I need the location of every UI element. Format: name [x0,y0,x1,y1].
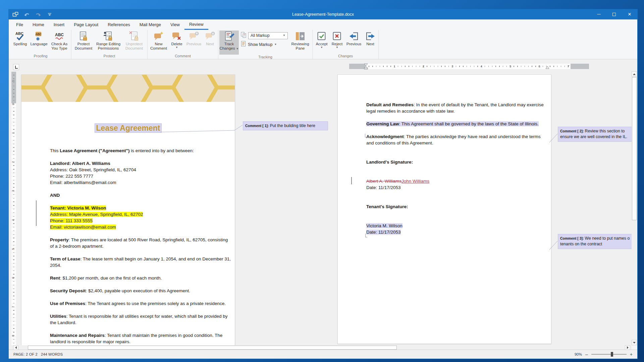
status-bar: PAGE: 2 OF 2 244 WORDS 90% – + [9,350,637,359]
document-paragraph [366,172,548,178]
document-paragraph [366,210,548,216]
reject-button[interactable]: Reject ▼ [330,31,344,53]
vertical-ruler[interactable]: 1012345678 [11,72,16,345]
scroll-up-button[interactable] [632,71,637,77]
document-paragraph: Property: The premises are located at 50… [50,237,231,249]
tab-insert[interactable]: Insert [49,19,69,30]
horizontal-scrollbar[interactable] [9,345,632,350]
zoom-controls: 90% – + [575,352,633,357]
ruler-number: 5 [509,64,511,68]
close-button[interactable]: ✕ [622,9,637,19]
tab-selector[interactable] [13,64,19,70]
reviewing-pane-button[interactable]: ReviewingPane [289,31,311,53]
document-paragraph: Landlord's Signature: [366,159,548,165]
language-button[interactable]: ABC Language [29,31,49,53]
minimize-button[interactable] [591,9,606,19]
ruler-number: 7 [568,64,569,68]
comment-label: Comment [ 2]: [560,129,585,133]
scroll-left-button[interactable] [13,345,18,350]
title-bar: Lease-Agreement-Template.docx ✕ [9,9,637,19]
document-paragraph: Tenant's Signature: [366,203,548,210]
spelling-button[interactable]: ABC Spelling [11,31,29,53]
document-paragraph: Victoria M. Wilson [366,223,548,229]
ruler-number: 8 [11,335,15,337]
status-info: PAGE: 2 OF 2 244 WORDS [9,352,63,356]
zoom-in-button[interactable]: + [630,352,633,357]
zoom-slider-thumb[interactable] [611,352,613,357]
new-comment-button[interactable]: NewComment [149,31,169,53]
document-paragraph: Utilities: Tenant is responsible for all… [50,313,231,326]
spelling-icon: ABC [15,31,25,41]
document-paragraph [366,127,548,133]
unprotect-document-icon [129,31,140,41]
zoom-level: 90% [575,352,582,356]
document-paragraph: This Lease Agreement ("Agreement") is en… [50,147,231,154]
range-editing-permissions-icon [103,31,114,41]
next-comment-button: Next [203,31,217,53]
document-paragraph: Address: Maple Avenue, Springfield, IL, … [50,211,231,218]
document-title[interactable]: Lease Agreement [21,123,235,133]
document-paragraph: Date: 11/17/2053 [366,184,548,191]
previous-change-icon [348,31,359,41]
document-page-1[interactable]: Lease Agreement This Lease Agreement ("A… [21,74,235,345]
horizontal-scroll-thumb[interactable] [28,346,397,350]
maximize-button[interactable] [606,9,622,19]
protect-document-button[interactable]: ProtectDocument [72,31,95,53]
zoom-slider[interactable] [591,354,627,355]
show-markup-button[interactable]: Show Markup ▼ [241,41,288,48]
group-label-protect: Protect [72,54,146,59]
page2-body[interactable]: Default and Remedies: In the event of de… [338,75,551,235]
horizontal-ruler[interactable]: 1234567 [349,64,589,69]
comment-3[interactable]: Comment [ 3]: We need to put names otena… [558,234,632,249]
word-count: 244 WORDS [41,352,63,356]
accept-button[interactable]: Accept ▼ [314,31,330,53]
scroll-right-button[interactable] [625,345,630,350]
zoom-out-button[interactable]: – [585,352,588,357]
delete-comment-button[interactable]: Delete ▼ [169,31,185,53]
group-label-tracking: Tracking [219,55,311,59]
right-indent-marker-icon[interactable] [545,66,550,69]
tab-mail-merge[interactable]: Mail Merge [135,19,166,30]
ruler-number: 1 [393,64,395,68]
markup-dropdown[interactable]: All Markup ▼ [248,32,288,39]
ruler-number: 2 [423,64,424,68]
tab-home[interactable]: Home [28,19,49,30]
tab-review[interactable]: Review [184,19,208,30]
document-paragraph [366,114,548,121]
indent-markers-icon[interactable] [363,63,369,69]
ruler-number: 4 [481,64,482,68]
tab-page-layout[interactable]: Page Layout [69,19,103,30]
document-paragraph: Address: Oak Street, Springfield, IL, 62… [50,167,231,173]
window-title: Lease-Agreement-Template.docx [9,9,637,19]
document-paragraph [366,165,548,172]
document-paragraph: Date: 11/17/2053 [366,229,548,235]
tab-references[interactable]: References [103,19,135,30]
vertical-scroll-thumb[interactable] [632,77,637,220]
scroll-down-button[interactable] [632,340,637,345]
document-paragraph [50,154,231,160]
document-paragraph: Rent: $1,200 per month, due on the first… [50,275,231,281]
comment-1[interactable]: Comment [ 1]: Put the building title her… [243,121,328,130]
tab-file[interactable]: File [11,19,28,30]
vertical-scrollbar[interactable] [632,59,637,345]
chevron-down-icon: ▼ [283,34,285,37]
comment-2[interactable]: Comment [ 2]: Review this section toensu… [558,127,632,142]
track-changes-button[interactable]: TrackChanges ▼ [219,31,239,55]
range-editing-permissions-button[interactable]: Range EditingPermissions [95,31,122,53]
arrow-up-icon [633,73,636,75]
document-page-2[interactable]: Default and Remedies: In the event of de… [337,74,551,344]
ribbon: ABC Spelling ABC [9,30,637,59]
previous-change-button[interactable]: Previous [344,31,363,53]
document-paragraph: Term of Lease: The lease term shall begi… [50,256,231,268]
document-paragraph [50,307,231,313]
document-paragraph [50,294,231,300]
window-controls: ✕ [591,9,637,19]
tab-view[interactable]: View [166,19,184,30]
accept-icon [316,31,327,41]
document-paragraph: AND [50,192,231,198]
next-change-button[interactable]: Next [363,31,377,53]
check-as-you-type-button[interactable]: ABC Check AsYou Type [49,31,70,53]
ruler-number: 6 [11,277,15,279]
document-paragraph: Tenant: Victoria M. Wilson [50,205,231,211]
page1-body[interactable]: This Lease Agreement ("Agreement") is en… [21,147,235,345]
